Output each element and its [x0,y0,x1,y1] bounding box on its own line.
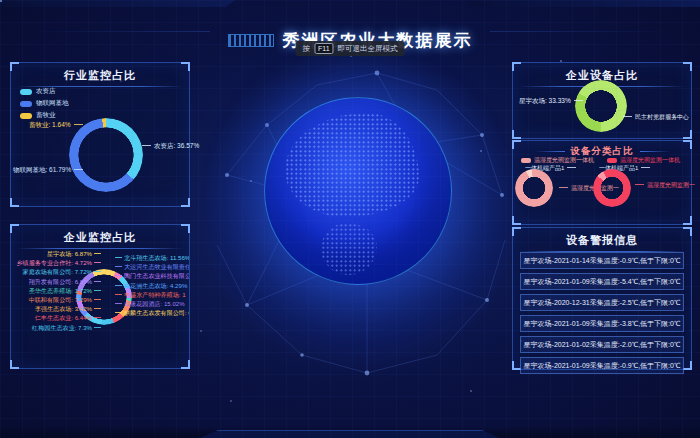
chart-label: 丰盛水产特种养殖场: 1 [115,292,186,299]
globe-continent-dots [285,113,419,217]
chart-label: 梅花洲生态农场: 4.29% [115,283,187,290]
device-left-legend: 温湿度光照监测一体机 [521,156,594,165]
corner-decoration [10,224,19,233]
chart-label: 星宇农场: 6.87% [47,251,101,258]
fullscreen-tooltip: 按 F11 即可退出全屏模式 [295,41,404,56]
chart-label: 温湿度光照监测一 [635,182,695,189]
panel-title: 设备警报信息 [513,233,691,248]
corner-decoration [10,360,19,369]
panel-device-classification: 设备分类占比 温湿度光照监测一体机 一体机端产品1 温湿度光照监测一 温湿度光照… [512,140,692,225]
chart-label: 物联网基地: 61.79% [13,166,83,174]
logo-badge [228,34,274,47]
chart-label: 圣华生态养殖场: 1.72% [29,288,101,295]
legend-label: 温湿度光照监测一体机 [620,156,680,165]
corner-decoration [683,216,692,225]
corner-decoration [683,361,692,370]
legend-label: 农资店 [36,87,56,96]
legend-label: 温湿度光照监测一体机 [534,156,594,165]
panel-device-alarm-info: 设备警报信息 星宇农场-2021-01-14采集温度:-0.9℃,低于下限:0℃… [512,227,692,370]
legend-swatch [521,158,531,163]
corner-decoration [683,227,692,236]
f11-keycap: F11 [314,43,334,54]
chart-label: 李强生态农场: 3.42% [35,306,101,313]
background-stars [0,0,2,2]
chart-label: 麒麟生态农发有限公司: 6.87% [115,310,189,317]
chart-label: 农资店: 36.57% [142,142,199,150]
globe-continent-dots [321,223,377,275]
corner-decoration [683,130,692,139]
chart-label: 陶门生态农业科技有限公 [115,273,189,280]
chart-label: 中联和有限公司: 7.29% [29,297,101,304]
device-right-legend: 温湿度光照监测一体机 [607,156,680,165]
corner-decoration [512,227,521,236]
tooltip-prefix: 按 [302,43,310,54]
alarm-row: 星宇农场-2021-01-02采集温度:-2.0℃,低于下限:0℃ [520,336,684,353]
legend-label: 物联网基地 [36,99,69,108]
tooltip-suffix: 即可退出全屏模式 [338,43,398,54]
legend-item: 物联网基地 [20,99,69,108]
panel-title: 行业监控占比 [11,68,189,83]
top-left-decoration [0,0,235,7]
legend-item: 畜牧业 [20,111,69,120]
enterprise-labels-right: 北斗翔生态农场: 11.56%大运河生态牧业有限责任公陶门生态农业科技有限公梅花… [115,255,189,317]
title-line-right [640,151,670,152]
corner-decoration [10,198,19,207]
alarm-row: 星宇农场-2021-01-09采集温度:-3.8℃,低于下限:0℃ [520,315,684,332]
chart-label: 北斗翔生态农场: 11.56% [115,255,189,262]
globe [264,97,452,285]
title-line-left [535,151,565,152]
legend-item: 农资店 [20,87,69,96]
corner-decoration [181,360,190,369]
alarm-row: 星宇农场-2020-12-31采集温度:-2.5℃,低于下限:0℃ [520,294,684,311]
alarm-row: 星宇农场-2021-01-14采集温度:-0.9℃,低于下限:0℃ [520,252,684,269]
device-left-donut-chart [515,169,553,207]
chart-label: 星宇农场: 33.33% [519,97,583,105]
legend-swatch [20,113,32,119]
panel-title: 企业监控占比 [11,230,189,245]
legend-swatch [20,101,32,107]
chart-label: 红梅园生态农业: 7.3% [32,325,101,332]
alarm-list: 星宇农场-2021-01-14采集温度:-0.9℃,低于下限:0℃星宇农场-20… [520,252,684,374]
alarm-row: 星宇农场-2021-01-09采集温度:-0.9℃,低于下限:0℃ [520,357,684,374]
legend-label: 畜牧业 [36,111,56,120]
corner-decoration [181,224,190,233]
industry-donut-chart [69,118,143,192]
chart-label: 成康花园酒店: 15.02% [115,301,185,308]
corner-decoration [512,130,521,139]
top-right-decoration [465,0,700,7]
chart-label: 仁丰生态农业: 6.44% [35,315,101,322]
chart-label: 畜牧业: 1.64% [29,121,83,129]
corner-decoration [512,216,521,225]
legend-swatch [20,89,32,95]
chart-label: 民主村党群服务中心 [623,113,689,121]
equipment-donut-chart [575,80,627,132]
chart-label: 翔升发有限公司: 6.87% [29,279,101,286]
chart-label: 家庭农场有限公司: 7.72% [23,269,101,276]
alarm-row: 星宇农场-2021-01-09采集温度:-5.4℃,低于下限:0℃ [520,273,684,290]
title-underline [17,248,183,249]
bottom-center-decoration [200,430,500,438]
chart-label: 乡镇服务专业合作社: 4.72% [16,260,101,267]
industry-legend: 农资店物联网基地畜牧业 [20,87,69,120]
panel-industry-monitor-ratio: 行业监控占比 农资店物联网基地畜牧业 畜牧业: 1.64% 农资店: 36.57… [10,62,190,207]
device-right-donut-chart [593,169,631,207]
corner-decoration [181,198,190,207]
enterprise-labels-left: 星宇农场: 6.87%乡镇服务专业合作社: 4.72%家庭农场有限公司: 7.7… [13,251,101,331]
panel-enterprise-monitor-ratio: 企业监控占比 星宇农场: 6.87%乡镇服务专业合作社: 4.72%家庭农场有限… [10,224,190,369]
legend-swatch [607,158,617,163]
chart-label: 大运河生态牧业有限责任公 [115,264,189,271]
panel-equipment-ratio: 企业设备占比 星宇农场: 33.33% 民主村党群服务中心 [512,62,692,139]
